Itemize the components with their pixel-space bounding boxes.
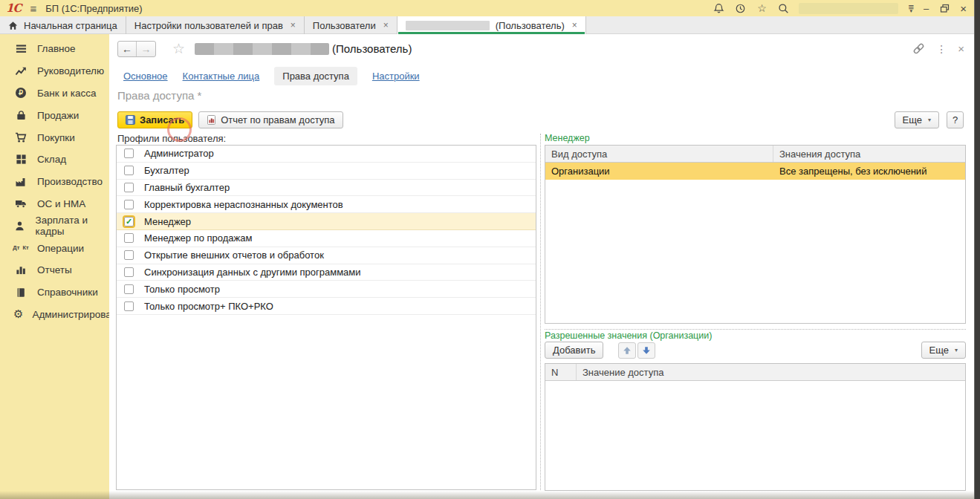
subnav-osnovnoe[interactable]: Основное bbox=[123, 71, 168, 82]
current-user-redacted[interactable] bbox=[799, 3, 898, 14]
profile-row[interactable]: Только просмотр+ ПКО+РКО bbox=[117, 298, 536, 315]
favorites-star-icon[interactable]: ☆ bbox=[756, 2, 768, 14]
notifications-bell-icon[interactable] bbox=[713, 2, 724, 14]
profile-row[interactable]: Только просмотр bbox=[117, 281, 536, 298]
panel-splitter[interactable] bbox=[540, 134, 541, 490]
tab-user-card-active[interactable]: (Пользователь) × bbox=[397, 16, 586, 34]
sidebar-item-administrirovanie[interactable]: ⚙ Администрирование bbox=[0, 304, 109, 326]
tab-home[interactable]: Начальная страница bbox=[0, 16, 126, 34]
check-icon: ✓ bbox=[126, 218, 132, 226]
sidebar-item-otchety[interactable]: Отчеты bbox=[0, 259, 109, 281]
profile-checkbox[interactable] bbox=[124, 250, 134, 260]
profile-row[interactable]: Открытие внешних отчетов и обработок bbox=[117, 247, 536, 264]
profile-row-selected[interactable]: ✓ Менеджер bbox=[117, 213, 536, 230]
sidebar-item-os-i-nma[interactable]: ОС и НМА bbox=[0, 193, 109, 215]
favorite-star-icon[interactable]: ☆ bbox=[172, 40, 185, 57]
restore-window-button[interactable] bbox=[938, 2, 950, 14]
form-title-suffix: (Пользователь) bbox=[332, 42, 412, 55]
profile-checkbox[interactable] bbox=[124, 183, 134, 192]
allowed-values-toolbar: Добавить Еще ▾ bbox=[545, 342, 966, 359]
search-icon[interactable] bbox=[777, 2, 789, 14]
menu-lines-icon bbox=[13, 43, 28, 54]
tab-label: Начальная страница bbox=[24, 20, 117, 31]
arrow-up-icon bbox=[623, 346, 632, 355]
form-header: ← → ☆ (Пользователь) bbox=[117, 40, 412, 57]
sidebar-item-pokupki[interactable]: Покупки bbox=[0, 126, 109, 149]
trend-icon bbox=[13, 65, 28, 77]
form-toolbar-right: Еще ▾ ? bbox=[895, 111, 964, 128]
sidebar-item-spravochniki[interactable]: Справочники bbox=[0, 281, 109, 304]
profile-checkbox[interactable] bbox=[124, 284, 134, 294]
profile-checkbox[interactable] bbox=[124, 233, 134, 243]
subnav-nastrojki[interactable]: Настройки bbox=[372, 71, 420, 82]
arrow-down-icon bbox=[642, 346, 651, 355]
tab-user-settings[interactable]: Настройки пользователей и прав × bbox=[126, 16, 305, 34]
subnav-kontaktnye-lica[interactable]: Контактные лица bbox=[183, 71, 260, 82]
sidebar-item-proizvodstvo[interactable]: Производство bbox=[0, 171, 109, 193]
form-window-actions: ⋮ × bbox=[912, 42, 964, 55]
profile-row[interactable]: Администратор bbox=[117, 146, 536, 163]
more-button-top[interactable]: Еще ▾ bbox=[895, 111, 939, 128]
column-header[interactable]: Значение доступа bbox=[577, 364, 965, 380]
get-link-icon[interactable] bbox=[912, 42, 925, 55]
tab-users[interactable]: Пользователи × bbox=[305, 16, 397, 34]
help-button[interactable]: ? bbox=[947, 111, 964, 128]
cart-icon bbox=[13, 131, 28, 143]
move-up-button[interactable] bbox=[618, 342, 636, 359]
profile-checkbox[interactable] bbox=[124, 267, 134, 277]
dtkt-icon: Дт Кт bbox=[13, 245, 28, 251]
main-menu-icon[interactable]: ≡ bbox=[30, 3, 36, 14]
truck-icon bbox=[13, 198, 28, 209]
column-header[interactable]: Значения доступа bbox=[773, 146, 965, 162]
sidebar-item-zarplata-i-kadry[interactable]: Зарплата и кадры bbox=[0, 215, 109, 237]
history-icon[interactable] bbox=[734, 2, 746, 14]
gear-icon: ⚙ bbox=[13, 307, 23, 321]
sidebar-item-glavnoe[interactable]: Главное bbox=[0, 38, 109, 60]
tab-close-icon[interactable]: × bbox=[383, 21, 389, 30]
sidebar-item-sklad[interactable]: Склад bbox=[0, 149, 109, 171]
column-header[interactable]: N bbox=[545, 364, 577, 380]
ruble-icon: ₽ bbox=[13, 87, 28, 99]
tab-close-icon[interactable]: × bbox=[572, 21, 577, 30]
profile-row[interactable]: Главный бухгалтер bbox=[117, 180, 536, 197]
back-button[interactable]: ← bbox=[118, 42, 137, 56]
more-actions-kebab-icon[interactable]: ⋮ bbox=[936, 44, 947, 54]
sidebar-item-prodazhi[interactable]: Продажи bbox=[0, 104, 109, 126]
access-table-row-selected[interactable]: Организации Все запрещены, без исключени… bbox=[545, 163, 965, 180]
factory-icon bbox=[13, 176, 28, 188]
move-down-button[interactable] bbox=[637, 342, 655, 359]
profile-checkbox[interactable] bbox=[124, 149, 134, 158]
svg-text:₽: ₽ bbox=[19, 89, 23, 97]
profile-checkbox[interactable] bbox=[124, 200, 134, 209]
add-button[interactable]: Добавить bbox=[545, 342, 603, 359]
sidebar-item-rukovoditelyu[interactable]: Руководителю bbox=[0, 60, 109, 82]
close-form-icon[interactable]: × bbox=[958, 43, 964, 54]
sidebar-item-operacii[interactable]: Дт Кт Операции bbox=[0, 237, 109, 259]
section-separator bbox=[545, 329, 966, 330]
tab-label-suffix: (Пользователь) bbox=[496, 20, 565, 31]
sidebar-item-bank-i-kassa[interactable]: ₽ Банк и касса bbox=[0, 82, 109, 105]
profile-row[interactable]: Корректировка нераспознанных документов bbox=[117, 196, 536, 213]
service-menu-icon[interactable]: ≡ ▾ bbox=[908, 4, 914, 13]
chart-icon bbox=[13, 264, 28, 275]
profile-checkbox[interactable] bbox=[124, 166, 134, 175]
more-button-allowed[interactable]: Еще ▾ bbox=[921, 342, 966, 359]
grid-icon bbox=[13, 154, 28, 165]
allowed-values-label: Разрешенные значения (Организации) bbox=[545, 330, 712, 341]
access-report-button[interactable]: Отчет по правам доступа bbox=[198, 111, 343, 128]
profile-row[interactable]: Менеджер по продажам bbox=[117, 230, 536, 247]
profile-checkbox[interactable] bbox=[124, 301, 134, 311]
history-nav-group: ← → bbox=[117, 41, 156, 57]
close-window-button[interactable]: × bbox=[960, 3, 967, 14]
subnav-prava-dostupa-active[interactable]: Права доступа bbox=[274, 67, 357, 85]
column-header[interactable]: Вид доступа bbox=[545, 146, 773, 162]
minimize-button[interactable]: – bbox=[924, 4, 929, 13]
titlebar-controls: ☆ ≡ ▾ – × bbox=[713, 0, 967, 16]
access-table-header: Вид доступа Значения доступа bbox=[545, 146, 965, 163]
window-titlebar: 1С ≡ БП (1С:Предприятие) ☆ bbox=[0, 0, 974, 16]
forward-button[interactable]: → bbox=[137, 42, 155, 56]
profile-row[interactable]: Синхронизация данных с другими программа… bbox=[117, 264, 536, 281]
tab-close-icon[interactable]: × bbox=[291, 21, 296, 30]
profile-checkbox-checked[interactable]: ✓ bbox=[124, 217, 134, 226]
profile-row[interactable]: Бухгалтер bbox=[117, 163, 536, 180]
